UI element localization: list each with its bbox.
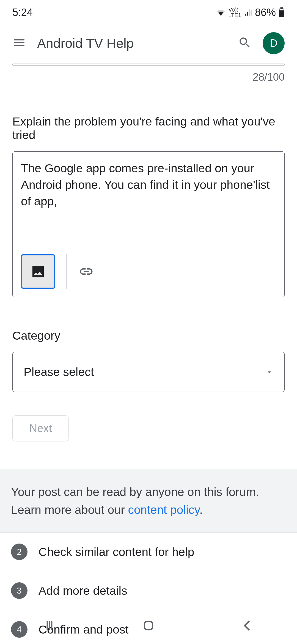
search-button[interactable] — [238, 36, 252, 51]
category-value: Please select — [24, 365, 94, 379]
system-nav-bar — [0, 608, 297, 644]
attach-toolbar — [21, 254, 276, 289]
step-label: Check similar content for help — [38, 545, 194, 559]
link-icon — [79, 264, 94, 279]
back-button[interactable] — [241, 619, 254, 634]
battery-icon — [279, 7, 285, 17]
status-right: Vo)) LTE1 86% — [216, 7, 285, 18]
title-field-bottom[interactable] — [12, 64, 285, 66]
step-number: 3 — [11, 582, 28, 599]
home-icon — [142, 619, 155, 632]
attach-image-button[interactable] — [21, 254, 55, 289]
recent-apps-button[interactable] — [43, 619, 56, 634]
svg-rect-1 — [280, 7, 283, 9]
chevron-down-icon — [265, 368, 273, 376]
explain-textarea[interactable]: The Google app comes pre-installed on yo… — [12, 151, 285, 297]
status-bar: 5:24 Vo)) LTE1 86% — [0, 0, 297, 25]
toolbar-divider — [66, 254, 67, 289]
category-label: Category — [12, 329, 285, 342]
page-title: Android TV Help — [37, 36, 227, 51]
attach-link-button[interactable] — [78, 263, 94, 280]
app-bar: Android TV Help D — [0, 25, 297, 62]
search-icon — [238, 36, 252, 50]
svg-rect-2 — [280, 9, 284, 10]
svg-rect-3 — [144, 621, 152, 629]
image-icon — [31, 264, 46, 279]
avatar[interactable]: D — [263, 32, 285, 54]
char-counter: 28/100 — [12, 71, 285, 83]
wifi-icon — [216, 9, 226, 16]
content-policy-link[interactable]: content policy — [128, 503, 200, 516]
notice-text-2: . — [199, 503, 203, 516]
main-content: 28/100 Explain the problem you're facing… — [0, 64, 297, 441]
category-select[interactable]: Please select — [12, 352, 285, 392]
menu-button[interactable] — [12, 36, 26, 51]
step-3-row[interactable]: 3 Add more details — [0, 571, 297, 610]
home-button[interactable] — [142, 619, 155, 634]
network-label: Vo)) LTE1 — [229, 7, 241, 18]
explain-value: The Google app comes pre-installed on yo… — [21, 160, 276, 249]
battery-percent: 86% — [255, 7, 276, 18]
step-2-row[interactable]: 2 Check similar content for help — [0, 533, 297, 571]
content-policy-notice: Your post can be read by anyone on this … — [0, 469, 297, 533]
hamburger-icon — [12, 36, 26, 50]
step-number: 2 — [11, 544, 28, 560]
next-button[interactable]: Next — [12, 415, 69, 441]
explain-label: Explain the problem you're facing and wh… — [12, 115, 285, 142]
status-time: 5:24 — [12, 7, 33, 18]
step-label: Add more details — [38, 584, 127, 597]
signal-icon — [244, 9, 252, 16]
recents-icon — [43, 619, 56, 632]
back-icon — [241, 619, 254, 632]
